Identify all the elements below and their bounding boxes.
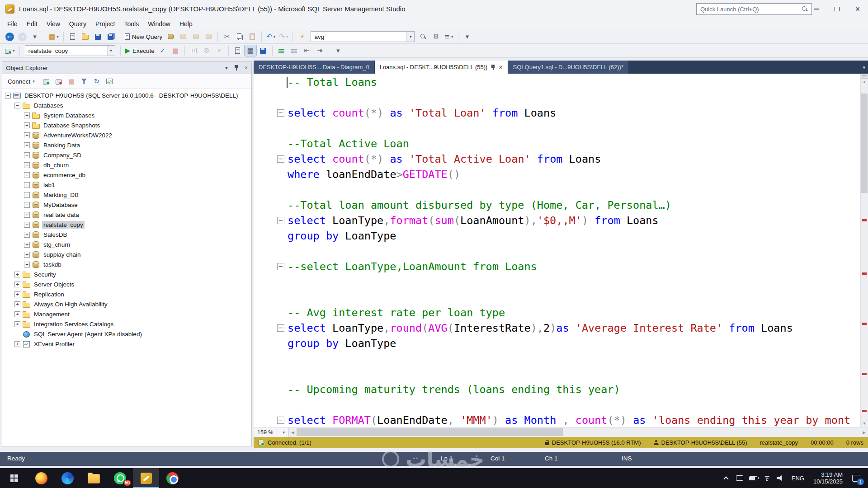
expand-toggle-icon[interactable]: +: [14, 311, 20, 317]
fold-collapse-icon[interactable]: −: [277, 155, 284, 163]
execute-button[interactable]: ▶Execute: [124, 45, 156, 56]
expand-toggle-icon[interactable]: −: [5, 93, 11, 99]
results-to-file-icon[interactable]: [257, 45, 269, 56]
code-line[interactable]: −select LoanType,format(sum(LoanAmount),…: [254, 213, 860, 228]
copy-icon[interactable]: [234, 31, 245, 42]
save-icon[interactable]: [92, 31, 104, 42]
indent-icon[interactable]: ⇥: [314, 45, 326, 56]
expand-toggle-icon[interactable]: +: [24, 113, 30, 118]
toolbar-overflow-icon[interactable]: ▾: [332, 45, 344, 56]
chevron-down-icon[interactable]: ▾: [57, 34, 59, 39]
menu-file[interactable]: File: [3, 19, 22, 29]
undo-icon[interactable]: ↶▾: [265, 31, 277, 42]
nav-history-dropdown-icon[interactable]: ▾: [29, 31, 41, 42]
monitor-icon[interactable]: [733, 468, 746, 488]
tree-item[interactable]: +lab1: [2, 180, 251, 190]
maximize-button[interactable]: [826, 0, 847, 18]
code-line[interactable]: −select count(*) as 'Total Loan' from Lo…: [254, 105, 860, 121]
filter-icon[interactable]: [78, 76, 90, 87]
fold-collapse-icon[interactable]: −: [277, 217, 284, 224]
expand-toggle-icon[interactable]: +: [24, 242, 30, 248]
parse-icon[interactable]: ✓: [157, 45, 169, 56]
tab-list-dropdown-icon[interactable]: ▾: [863, 65, 865, 70]
tree-item[interactable]: +SalesDB: [2, 230, 251, 239]
code-line[interactable]: group by LoanType: [254, 336, 860, 351]
document-tab[interactable]: DESKTOP-H9UOH5S....Data - Diagram_0: [254, 61, 374, 74]
expand-toggle-icon[interactable]: +: [24, 152, 30, 158]
fold-collapse-icon[interactable]: −: [277, 263, 284, 270]
code-line[interactable]: [254, 182, 860, 197]
tree-item[interactable]: +real tate data: [2, 210, 251, 220]
change-connection-icon[interactable]: ▾: [4, 45, 16, 56]
menu-view[interactable]: View: [42, 19, 65, 29]
network-icon[interactable]: [760, 468, 774, 488]
refresh-icon[interactable]: ↻: [91, 76, 103, 87]
available-databases-combo[interactable]: realstate_copy▾: [25, 45, 115, 56]
find-icon[interactable]: [417, 31, 429, 42]
tree-item[interactable]: +Security: [2, 269, 251, 279]
scroll-down-icon[interactable]: ▼: [861, 420, 868, 427]
list-icon[interactable]: ≡▾: [443, 31, 454, 42]
tree-item[interactable]: +Company_SD: [2, 150, 251, 160]
tree-item[interactable]: +Markting_DB: [2, 190, 251, 200]
code-line[interactable]: --Total loan amount disbursed by type (H…: [254, 197, 860, 213]
chevron-down-icon[interactable]: ▾: [107, 46, 115, 56]
menu-tools[interactable]: Tools: [119, 19, 143, 29]
tree-item[interactable]: +AdventureWorksDW2022: [2, 130, 251, 140]
editor-vertical-scrollbar[interactable]: ▲ ▼: [860, 74, 868, 427]
chevron-down-icon[interactable]: ▾: [274, 34, 276, 39]
code-line[interactable]: [254, 290, 860, 305]
code-line[interactable]: where loanEndDate>GETDATE(): [254, 167, 860, 182]
expand-toggle-icon[interactable]: +: [14, 282, 20, 287]
scroll-right-icon[interactable]: ▶: [860, 427, 868, 437]
activity-monitor-icon[interactable]: [104, 76, 115, 87]
pin-icon[interactable]: [491, 64, 495, 70]
close-panel-icon[interactable]: ×: [245, 65, 248, 71]
scroll-up-icon[interactable]: ▲: [861, 79, 868, 85]
uncomment-icon[interactable]: [288, 45, 300, 56]
pin-icon[interactable]: [234, 65, 239, 71]
new-file-icon[interactable]: [67, 31, 79, 42]
tree-item[interactable]: +realstate_copy: [2, 220, 251, 230]
expand-toggle-icon[interactable]: +: [14, 341, 20, 347]
open-file-icon[interactable]: [80, 31, 91, 42]
fold-collapse-icon[interactable]: −: [277, 417, 284, 424]
fold-collapse-icon[interactable]: −: [277, 324, 284, 332]
tree-item[interactable]: +Database Snapshots: [2, 120, 251, 130]
tree-item[interactable]: +taskdb: [2, 259, 251, 269]
document-tab[interactable]: SQLQuery1.sql - D...9UOH5S\DELL (62))*: [508, 61, 628, 74]
firefox-icon[interactable]: [28, 468, 54, 488]
code-line[interactable]: --Total Active Loan: [254, 136, 860, 151]
close-button[interactable]: ×: [847, 0, 868, 18]
chevron-up-icon[interactable]: [719, 468, 733, 488]
tree-item[interactable]: +db_churn: [2, 160, 251, 170]
menu-window[interactable]: Window: [143, 19, 175, 29]
quick-launch-input[interactable]: Quick Launch (Ctrl+Q): [696, 3, 812, 15]
results-to-grid-icon[interactable]: ▦: [245, 45, 256, 56]
minimize-button[interactable]: [806, 0, 826, 18]
tree-item[interactable]: +Integration Services Catalogs: [2, 319, 251, 329]
expand-toggle-icon[interactable]: +: [14, 301, 20, 307]
language-indicator[interactable]: ENG: [787, 475, 809, 482]
expand-toggle-icon[interactable]: +: [24, 132, 30, 138]
expand-toggle-icon[interactable]: +: [14, 321, 20, 327]
expand-toggle-icon[interactable]: +: [24, 162, 30, 168]
new-query-button[interactable]: New Query: [123, 31, 164, 42]
chrome-icon[interactable]: [159, 468, 185, 488]
tree-item[interactable]: −DESKTOP-H9UOH5S (SQL Server 16.0.1000.6…: [2, 90, 251, 100]
expand-toggle-icon[interactable]: +: [24, 182, 30, 188]
menu-edit[interactable]: Edit: [22, 19, 42, 29]
intellisense-icon[interactable]: ⚡: [296, 31, 308, 42]
start-button[interactable]: [0, 468, 28, 488]
expand-toggle-icon[interactable]: +: [24, 232, 30, 238]
window-position-icon[interactable]: ▾: [225, 65, 228, 71]
tree-item[interactable]: +Banking Data: [2, 140, 251, 150]
expand-toggle-icon[interactable]: +: [24, 202, 30, 208]
expand-toggle-icon[interactable]: +: [24, 172, 30, 178]
clock[interactable]: 3:19 AM 10/15/2025: [809, 471, 847, 485]
code-line[interactable]: [254, 90, 860, 105]
tree-item[interactable]: −Databases: [2, 100, 251, 110]
expand-toggle-icon[interactable]: +: [24, 222, 30, 228]
code-line[interactable]: [254, 274, 860, 290]
menu-query[interactable]: Query: [65, 19, 91, 29]
